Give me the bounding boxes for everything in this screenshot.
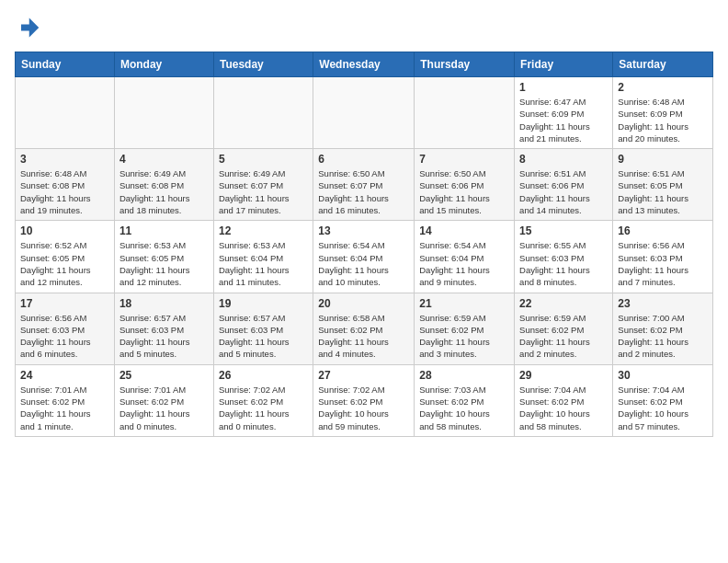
calendar-cell [313, 77, 415, 149]
day-info: Sunrise: 6:53 AM Sunset: 6:04 PM Dayligh… [219, 239, 308, 288]
day-number: 6 [318, 153, 409, 166]
day-number: 4 [119, 153, 209, 166]
day-number: 3 [20, 153, 109, 166]
calendar-week-row: 3Sunrise: 6:48 AM Sunset: 6:08 PM Daylig… [16, 149, 713, 221]
day-header-tuesday: Tuesday [213, 52, 313, 77]
calendar-cell: 14Sunrise: 6:54 AM Sunset: 6:04 PM Dayli… [415, 221, 515, 293]
day-info: Sunrise: 6:49 AM Sunset: 6:08 PM Dayligh… [119, 167, 209, 216]
calendar-cell [16, 77, 115, 149]
calendar-week-row: 1Sunrise: 6:47 AM Sunset: 6:09 PM Daylig… [16, 77, 713, 149]
day-info: Sunrise: 6:56 AM Sunset: 6:03 PM Dayligh… [618, 239, 708, 288]
day-info: Sunrise: 6:50 AM Sunset: 6:07 PM Dayligh… [318, 167, 409, 216]
day-number: 23 [618, 297, 708, 310]
calendar-cell: 3Sunrise: 6:48 AM Sunset: 6:08 PM Daylig… [16, 149, 115, 221]
day-number: 15 [519, 224, 608, 237]
day-number: 17 [20, 297, 109, 310]
calendar-cell: 28Sunrise: 7:03 AM Sunset: 6:02 PM Dayli… [415, 364, 515, 436]
calendar-cell: 18Sunrise: 6:57 AM Sunset: 6:03 PM Dayli… [114, 293, 213, 364]
calendar-table: SundayMondayTuesdayWednesdayThursdayFrid… [15, 52, 713, 437]
day-info: Sunrise: 6:51 AM Sunset: 6:05 PM Dayligh… [618, 167, 708, 216]
day-info: Sunrise: 6:48 AM Sunset: 6:09 PM Dayligh… [618, 96, 708, 144]
day-number: 2 [618, 81, 708, 94]
day-number: 7 [419, 153, 509, 166]
calendar-cell: 9Sunrise: 6:51 AM Sunset: 6:05 PM Daylig… [613, 149, 713, 221]
day-number: 13 [318, 224, 409, 237]
day-info: Sunrise: 6:54 AM Sunset: 6:04 PM Dayligh… [419, 239, 509, 288]
day-header-friday: Friday [515, 52, 613, 77]
page-header [15, 15, 713, 40]
calendar-cell: 26Sunrise: 7:02 AM Sunset: 6:02 PM Dayli… [213, 364, 313, 436]
day-info: Sunrise: 6:59 AM Sunset: 6:02 PM Dayligh… [419, 312, 509, 361]
calendar-cell: 6Sunrise: 6:50 AM Sunset: 6:07 PM Daylig… [313, 149, 415, 221]
calendar-header-row: SundayMondayTuesdayWednesdayThursdayFrid… [16, 52, 713, 77]
day-header-saturday: Saturday [613, 52, 713, 77]
calendar-cell: 2Sunrise: 6:48 AM Sunset: 6:09 PM Daylig… [613, 77, 713, 149]
calendar-cell: 23Sunrise: 7:00 AM Sunset: 6:02 PM Dayli… [613, 293, 713, 364]
day-number: 14 [419, 224, 509, 237]
calendar-cell [415, 77, 515, 149]
calendar-cell: 25Sunrise: 7:01 AM Sunset: 6:02 PM Dayli… [114, 364, 213, 436]
day-number: 20 [318, 297, 409, 310]
day-number: 10 [20, 224, 109, 237]
day-info: Sunrise: 6:57 AM Sunset: 6:03 PM Dayligh… [119, 312, 209, 361]
calendar-week-row: 10Sunrise: 6:52 AM Sunset: 6:05 PM Dayli… [16, 221, 713, 293]
day-info: Sunrise: 7:04 AM Sunset: 6:02 PM Dayligh… [618, 384, 708, 432]
day-info: Sunrise: 6:47 AM Sunset: 6:09 PM Dayligh… [519, 96, 608, 144]
logo [15, 15, 44, 40]
calendar-week-row: 24Sunrise: 7:01 AM Sunset: 6:02 PM Dayli… [16, 364, 713, 436]
day-info: Sunrise: 6:49 AM Sunset: 6:07 PM Dayligh… [219, 167, 308, 216]
day-number: 18 [119, 297, 209, 310]
day-number: 30 [618, 369, 708, 382]
calendar-cell: 19Sunrise: 6:57 AM Sunset: 6:03 PM Dayli… [213, 293, 313, 364]
day-info: Sunrise: 7:04 AM Sunset: 6:02 PM Dayligh… [519, 384, 608, 432]
calendar-week-row: 17Sunrise: 6:56 AM Sunset: 6:03 PM Dayli… [16, 293, 713, 364]
calendar-cell: 24Sunrise: 7:01 AM Sunset: 6:02 PM Dayli… [16, 364, 115, 436]
calendar-cell: 1Sunrise: 6:47 AM Sunset: 6:09 PM Daylig… [515, 77, 613, 149]
day-info: Sunrise: 7:00 AM Sunset: 6:02 PM Dayligh… [618, 312, 708, 361]
day-header-thursday: Thursday [415, 52, 515, 77]
day-info: Sunrise: 6:58 AM Sunset: 6:02 PM Dayligh… [318, 312, 409, 361]
calendar-cell: 5Sunrise: 6:49 AM Sunset: 6:07 PM Daylig… [213, 149, 313, 221]
logo-icon [15, 15, 40, 40]
day-number: 8 [519, 153, 608, 166]
day-info: Sunrise: 7:02 AM Sunset: 6:02 PM Dayligh… [318, 384, 409, 432]
calendar-cell: 22Sunrise: 6:59 AM Sunset: 6:02 PM Dayli… [515, 293, 613, 364]
calendar-cell: 21Sunrise: 6:59 AM Sunset: 6:02 PM Dayli… [415, 293, 515, 364]
day-info: Sunrise: 6:55 AM Sunset: 6:03 PM Dayligh… [519, 239, 608, 288]
day-number: 12 [219, 224, 308, 237]
calendar-cell: 16Sunrise: 6:56 AM Sunset: 6:03 PM Dayli… [613, 221, 713, 293]
calendar-cell: 11Sunrise: 6:53 AM Sunset: 6:05 PM Dayli… [114, 221, 213, 293]
day-number: 28 [419, 369, 509, 382]
day-info: Sunrise: 6:56 AM Sunset: 6:03 PM Dayligh… [20, 312, 109, 361]
calendar-cell: 30Sunrise: 7:04 AM Sunset: 6:02 PM Dayli… [613, 364, 713, 436]
day-header-wednesday: Wednesday [313, 52, 415, 77]
calendar-cell: 20Sunrise: 6:58 AM Sunset: 6:02 PM Dayli… [313, 293, 415, 364]
day-info: Sunrise: 6:53 AM Sunset: 6:05 PM Dayligh… [119, 239, 209, 288]
day-number: 26 [219, 369, 308, 382]
day-info: Sunrise: 6:57 AM Sunset: 6:03 PM Dayligh… [219, 312, 308, 361]
day-number: 9 [618, 153, 708, 166]
calendar-cell [213, 77, 313, 149]
day-number: 11 [119, 224, 209, 237]
day-header-sunday: Sunday [16, 52, 115, 77]
day-number: 21 [419, 297, 509, 310]
calendar-cell: 15Sunrise: 6:55 AM Sunset: 6:03 PM Dayli… [515, 221, 613, 293]
day-number: 29 [519, 369, 608, 382]
calendar-cell: 29Sunrise: 7:04 AM Sunset: 6:02 PM Dayli… [515, 364, 613, 436]
day-number: 5 [219, 153, 308, 166]
day-number: 27 [318, 369, 409, 382]
calendar-cell: 8Sunrise: 6:51 AM Sunset: 6:06 PM Daylig… [515, 149, 613, 221]
day-info: Sunrise: 6:54 AM Sunset: 6:04 PM Dayligh… [318, 239, 409, 288]
day-info: Sunrise: 6:51 AM Sunset: 6:06 PM Dayligh… [519, 167, 608, 216]
day-number: 25 [119, 369, 209, 382]
day-info: Sunrise: 7:01 AM Sunset: 6:02 PM Dayligh… [20, 384, 109, 432]
day-number: 24 [20, 369, 109, 382]
day-info: Sunrise: 6:50 AM Sunset: 6:06 PM Dayligh… [419, 167, 509, 216]
day-number: 16 [618, 224, 708, 237]
day-info: Sunrise: 7:03 AM Sunset: 6:02 PM Dayligh… [419, 384, 509, 432]
day-header-monday: Monday [114, 52, 213, 77]
day-info: Sunrise: 6:52 AM Sunset: 6:05 PM Dayligh… [20, 239, 109, 288]
calendar-cell: 10Sunrise: 6:52 AM Sunset: 6:05 PM Dayli… [16, 221, 115, 293]
day-number: 19 [219, 297, 308, 310]
calendar-cell: 4Sunrise: 6:49 AM Sunset: 6:08 PM Daylig… [114, 149, 213, 221]
